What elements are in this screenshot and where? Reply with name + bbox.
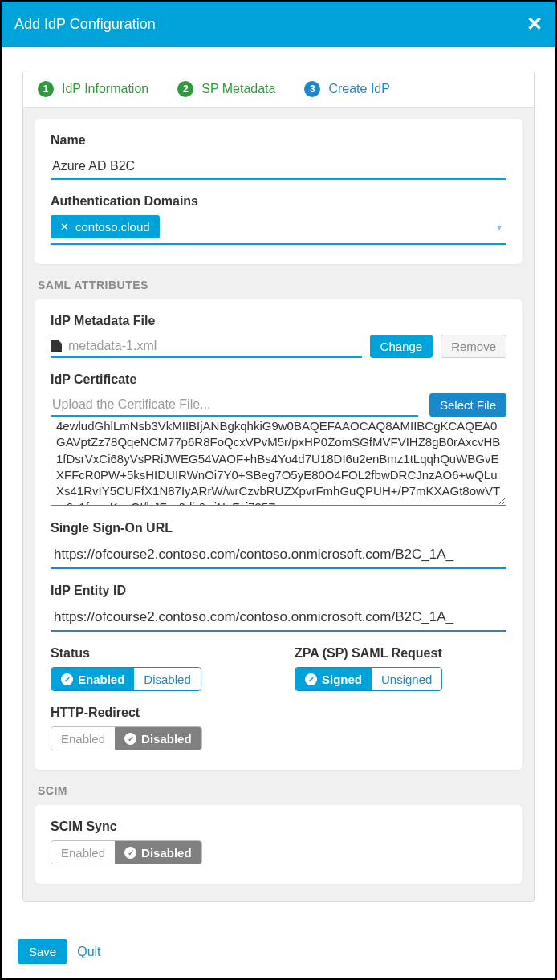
saml-attributes-heading: SAML ATTRIBUTES — [35, 270, 522, 299]
scim-heading: SCIM — [35, 776, 522, 805]
change-file-button[interactable]: Change — [370, 335, 433, 358]
http-redirect-disabled-option[interactable]: ✓ Disabled — [115, 727, 201, 750]
sso-url-input[interactable] — [51, 542, 506, 569]
step-sp-metadata[interactable]: 2 SP Metadata — [163, 71, 290, 107]
metadata-file-display: metadata-1.xml — [51, 339, 362, 358]
step-label: Create IdP — [328, 82, 389, 96]
status-enabled-option[interactable]: ✓ Enabled — [51, 668, 134, 690]
domain-tag-label: contoso.cloud — [75, 220, 150, 234]
basic-info-card: Name Authentication Domains ✕ contoso.cl… — [35, 119, 522, 264]
wizard-content: Name Authentication Domains ✕ contoso.cl… — [23, 108, 534, 901]
close-icon[interactable]: ✕ — [527, 13, 543, 35]
entity-id-field: IdP Entity ID — [51, 584, 506, 632]
step-label: SP Metadata — [201, 82, 275, 96]
step-bar: 1 IdP Information 2 SP Metadata 3 Create… — [23, 71, 534, 108]
cert-upload-placeholder[interactable]: Upload the Certificate File... — [51, 394, 418, 417]
status-label: Status — [51, 646, 262, 661]
quit-link[interactable]: Quit — [77, 945, 100, 959]
cert-content-textarea[interactable]: 4ewludGhlLmNsb3VkMIIBIjANBgkqhkiG9w0BAQE… — [51, 415, 506, 506]
entity-id-label: IdP Entity ID — [51, 584, 506, 598]
dialog-title: Add IdP Configuration — [14, 16, 156, 33]
saml-request-label: ZPA (SP) SAML Request — [295, 646, 506, 661]
http-redirect-enabled-option[interactable]: Enabled — [51, 727, 115, 750]
step-idp-information[interactable]: 1 IdP Information — [23, 71, 163, 107]
auth-domains-label: Authentication Domains — [51, 194, 506, 209]
saml-unsigned-option[interactable]: Unsigned — [372, 668, 441, 690]
sso-url-label: Single Sign-On URL — [51, 521, 506, 535]
status-saml-row: Status ✓ Enabled Disabled ZPA (SP) SAML … — [51, 646, 506, 706]
domain-tag[interactable]: ✕ contoso.cloud — [51, 215, 160, 238]
idp-certificate-label: IdP Certificate — [51, 372, 506, 387]
check-icon: ✓ — [305, 673, 317, 685]
step-number-icon: 3 — [304, 81, 320, 97]
scim-sync-label: SCIM Sync — [51, 819, 506, 834]
step-label: IdP Information — [62, 82, 148, 96]
status-disabled-option[interactable]: Disabled — [134, 668, 200, 690]
check-icon: ✓ — [124, 733, 136, 745]
status-field: Status ✓ Enabled Disabled — [51, 646, 262, 691]
dialog-body: 1 IdP Information 2 SP Metadata 3 Create… — [2, 47, 555, 929]
scim-sync-enabled-option[interactable]: Enabled — [51, 841, 115, 864]
saml-request-toggle[interactable]: ✓ Signed Unsigned — [295, 667, 442, 691]
idp-certificate-field: IdP Certificate Upload the Certificate F… — [51, 372, 506, 506]
name-field: Name — [51, 133, 506, 180]
scim-sync-toggle[interactable]: Enabled ✓ Disabled — [51, 840, 202, 864]
check-icon: ✓ — [124, 847, 136, 859]
step-create-idp[interactable]: 3 Create IdP — [290, 71, 404, 107]
metadata-file-label: IdP Metadata File — [51, 314, 506, 328]
scim-sync-field: SCIM Sync Enabled ✓ Disabled — [51, 819, 506, 864]
saml-attributes-card: IdP Metadata File metadata-1.xml Change … — [35, 299, 522, 770]
save-button[interactable]: Save — [18, 939, 67, 964]
saml-signed-option[interactable]: ✓ Signed — [295, 668, 372, 690]
metadata-filename: metadata-1.xml — [68, 339, 157, 353]
http-redirect-field: HTTP-Redirect Enabled ✓ Disabled — [51, 706, 506, 750]
auth-domains-select[interactable]: ✕ contoso.cloud ▾ — [51, 215, 506, 245]
name-label: Name — [51, 133, 506, 148]
sso-url-field: Single Sign-On URL — [51, 521, 506, 569]
entity-id-input[interactable] — [51, 604, 506, 632]
chevron-down-icon[interactable]: ▾ — [497, 222, 502, 233]
select-file-button[interactable]: Select File — [429, 393, 506, 417]
wizard-container: 1 IdP Information 2 SP Metadata 3 Create… — [22, 71, 535, 902]
dialog-footer: Save Quit — [2, 929, 555, 974]
remove-tag-icon[interactable]: ✕ — [60, 221, 69, 233]
http-redirect-toggle[interactable]: Enabled ✓ Disabled — [51, 726, 202, 750]
scim-card: SCIM Sync Enabled ✓ Disabled — [35, 805, 522, 884]
metadata-file-field: IdP Metadata File metadata-1.xml Change … — [51, 314, 506, 358]
status-toggle[interactable]: ✓ Enabled Disabled — [51, 667, 201, 691]
dialog-titlebar: Add IdP Configuration ✕ — [2, 2, 555, 47]
name-input[interactable] — [51, 154, 506, 180]
step-number-icon: 1 — [38, 81, 54, 97]
auth-domains-field: Authentication Domains ✕ contoso.cloud ▾ — [51, 194, 506, 245]
file-icon — [51, 340, 62, 352]
step-number-icon: 2 — [177, 81, 193, 97]
saml-request-field: ZPA (SP) SAML Request ✓ Signed Unsigned — [295, 646, 506, 691]
scim-sync-disabled-option[interactable]: ✓ Disabled — [115, 841, 201, 864]
remove-file-button[interactable]: Remove — [441, 335, 506, 358]
check-icon: ✓ — [61, 673, 73, 685]
http-redirect-label: HTTP-Redirect — [51, 706, 506, 720]
